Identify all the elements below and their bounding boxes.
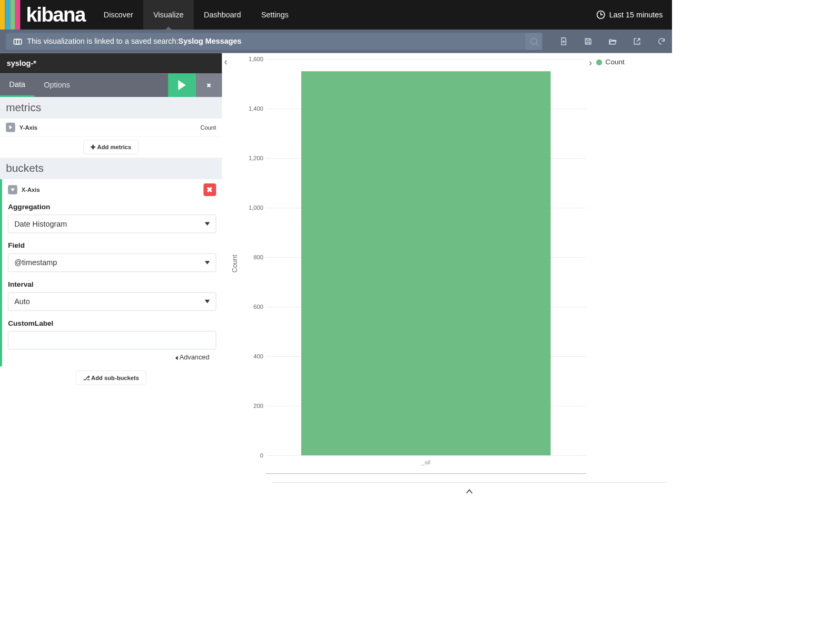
advanced-label: Advanced bbox=[180, 354, 210, 361]
clock-icon bbox=[597, 11, 605, 19]
x-tick-label: _all bbox=[421, 459, 430, 465]
plot: 02004006008001,0001,2001,4001,600_all bbox=[241, 53, 592, 474]
link-icon bbox=[14, 39, 22, 44]
advanced-toggle[interactable]: Advanced bbox=[8, 349, 216, 364]
add-sub-bucket-button[interactable]: ⎇ Add sub-buckets bbox=[76, 370, 146, 385]
link-text-name: Syslog Messages bbox=[179, 37, 242, 46]
add-metrics-button[interactable]: ✚ Add metrics bbox=[84, 140, 139, 154]
timepicker-label: Last 15 minutes bbox=[609, 11, 663, 19]
new-vis-icon[interactable] bbox=[559, 37, 569, 46]
field-select[interactable]: @timestamp bbox=[8, 253, 216, 272]
search-button[interactable] bbox=[526, 33, 542, 50]
editor-tabs: Data Options ✖ bbox=[0, 73, 222, 97]
caret-icon bbox=[205, 222, 210, 226]
discard-button[interactable]: ✖ bbox=[196, 73, 222, 97]
add-sub-label: Add sub-buckets bbox=[91, 374, 139, 381]
legend-item[interactable]: Count bbox=[596, 58, 668, 66]
logo-text: kibana bbox=[26, 5, 85, 25]
bar[interactable] bbox=[301, 72, 551, 456]
nav-items: Discover Visualize Dashboard Settings bbox=[94, 0, 299, 30]
main: syslog-* Data Options ✖ metrics Y-Axis C… bbox=[0, 53, 672, 499]
chart-area: Count 02004006008001,0001,2001,4001,600_… bbox=[230, 53, 672, 499]
y-tick-label: 200 bbox=[242, 403, 263, 409]
yaxis-label: Y-Axis bbox=[19, 124, 37, 131]
share-icon[interactable] bbox=[633, 37, 642, 46]
logo: kibana bbox=[0, 0, 94, 30]
save-icon[interactable] bbox=[584, 37, 593, 46]
nav-discover[interactable]: Discover bbox=[94, 0, 143, 30]
add-metrics-label: Add metrics bbox=[97, 144, 132, 151]
link-text-prefix: This visualization is linked to a saved … bbox=[27, 37, 178, 46]
field-label: Field bbox=[8, 241, 216, 250]
toolbar bbox=[559, 37, 666, 46]
xaxis-bucket: X-Axis ✖ Aggregation Date Histogram Fiel… bbox=[0, 179, 222, 366]
legend-swatch bbox=[596, 60, 602, 65]
apply-button[interactable] bbox=[168, 73, 196, 97]
tab-data[interactable]: Data bbox=[0, 73, 35, 97]
nav-settings[interactable]: Settings bbox=[251, 0, 299, 30]
yaxis-metric-row[interactable]: Y-Axis Count bbox=[0, 119, 222, 136]
y-tick-label: 600 bbox=[242, 304, 263, 310]
open-icon[interactable] bbox=[608, 37, 617, 46]
interval-select[interactable]: Auto bbox=[8, 292, 216, 310]
collapse-icon[interactable] bbox=[8, 185, 17, 194]
metrics-heading: metrics bbox=[0, 97, 222, 119]
expand-icon bbox=[6, 123, 15, 132]
collapse-sidebar[interactable]: ‹ bbox=[222, 53, 230, 499]
caret-left-icon bbox=[175, 356, 178, 360]
y-axis-title: Count bbox=[230, 255, 241, 272]
top-nav: kibana Discover Visualize Dashboard Sett… bbox=[0, 0, 672, 30]
editor-sidebar: syslog-* Data Options ✖ metrics Y-Axis C… bbox=[0, 53, 222, 499]
legend-label: Count bbox=[606, 58, 625, 66]
search-icon bbox=[530, 38, 537, 45]
interval-label: Interval bbox=[8, 280, 216, 289]
yaxis-value: Count bbox=[201, 124, 216, 131]
field-value: @timestamp bbox=[14, 258, 57, 267]
saved-search-link[interactable]: This visualization is linked to a saved … bbox=[6, 33, 542, 50]
aggregation-label: Aggregation bbox=[8, 203, 216, 211]
caret-icon bbox=[205, 261, 210, 264]
legend: Count bbox=[592, 53, 672, 474]
caret-icon bbox=[205, 300, 210, 303]
timepicker[interactable]: Last 15 minutes bbox=[597, 0, 672, 30]
y-tick-label: 0 bbox=[242, 452, 263, 459]
nav-dashboard[interactable]: Dashboard bbox=[194, 0, 251, 30]
chevron-up-icon bbox=[466, 489, 473, 493]
refresh-icon[interactable] bbox=[657, 37, 666, 46]
tab-options[interactable]: Options bbox=[35, 73, 80, 97]
collapse-legend[interactable]: › bbox=[589, 57, 592, 69]
link-bar: This visualization is linked to a saved … bbox=[0, 30, 672, 53]
remove-bucket-button[interactable]: ✖ bbox=[203, 183, 216, 196]
y-tick-label: 400 bbox=[242, 353, 263, 360]
y-tick-label: 800 bbox=[242, 254, 263, 261]
y-tick-label: 1,400 bbox=[242, 105, 263, 112]
y-tick-label: 1,000 bbox=[242, 204, 263, 211]
interval-value: Auto bbox=[14, 297, 30, 306]
nav-visualize[interactable]: Visualize bbox=[143, 0, 194, 30]
play-icon bbox=[178, 80, 185, 90]
y-tick-label: 1,600 bbox=[242, 56, 263, 63]
aggregation-value: Date Histogram bbox=[14, 219, 67, 228]
spy-panel-toggle[interactable] bbox=[272, 482, 667, 499]
xaxis-label: X-Axis bbox=[22, 187, 40, 193]
aggregation-select[interactable]: Date Histogram bbox=[8, 214, 216, 233]
buckets-heading: buckets bbox=[0, 158, 222, 179]
custom-label-label: CustomLabel bbox=[8, 319, 216, 328]
custom-label-input[interactable] bbox=[8, 331, 216, 349]
y-tick-label: 1,200 bbox=[242, 155, 263, 162]
index-pattern-label[interactable]: syslog-* bbox=[0, 53, 222, 73]
logo-stripes bbox=[0, 0, 20, 30]
